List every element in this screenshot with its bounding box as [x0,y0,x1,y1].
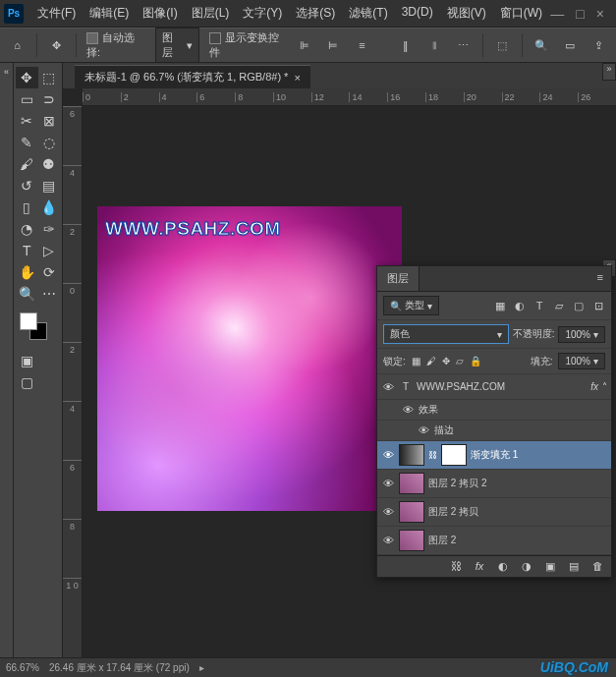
filter-pixel-icon[interactable]: ▦ [493,299,507,312]
menu-layer[interactable]: 图层(L) [186,2,236,25]
delete-icon[interactable]: 🗑 [589,560,605,573]
layers-tab[interactable]: 图层 [377,266,420,291]
align-icon-2[interactable]: ⊨ [324,35,343,55]
shape-tool[interactable]: ✋ [16,261,38,283]
menu-3d[interactable]: 3D(D) [396,2,439,25]
blend-mode-select[interactable]: 颜色 ▾ [383,324,509,344]
screenmode-tool[interactable]: ▢ [16,371,38,393]
minimize-icon[interactable]: — [550,6,564,22]
distribute-icon-1[interactable]: ‖ [397,35,416,55]
link-icon[interactable]: ⛓ [428,450,437,460]
left-collapse-tab[interactable]: « [0,63,14,657]
3d-mode-icon[interactable]: ⬚ [493,35,512,55]
align-icon-3[interactable]: ≡ [353,35,371,55]
document-tab[interactable]: 未标题-1 @ 66.7% (渐变填充 1, RGB/8#) * × [75,65,310,88]
fx-icon[interactable]: fx [472,560,487,573]
right-panel-collapse-1[interactable]: » [602,63,616,81]
quickmask-tool[interactable]: ▣ [16,350,38,371]
filter-type-icon[interactable]: T [532,299,546,312]
path-tool[interactable]: ✑ [38,218,61,240]
artboard-tool[interactable]: ⬚ [38,67,61,88]
filter-adjust-icon[interactable]: ◐ [513,299,527,312]
layer-2[interactable]: 👁 图层 2 [377,527,611,555]
lock-move-icon[interactable]: ✥ [442,356,450,367]
panel-menu-icon[interactable]: ≡ [589,266,611,291]
auto-select-checkbox[interactable]: 自动选择: [86,30,145,60]
layer-gradient-fill[interactable]: 👁 ⛓ 渐变填充 1 [377,441,611,470]
blur-tool[interactable]: 💧 [38,197,61,218]
home-icon[interactable]: ⌂ [8,35,27,55]
visibility-icon[interactable]: 👁 [381,381,395,393]
collapse-icon[interactable]: ˄ [602,381,607,392]
gradient-tool[interactable]: ▤ [38,175,61,197]
direct-select-tool[interactable]: ▷ [38,240,61,261]
clone-tool[interactable]: ⚉ [38,153,61,175]
history-brush-tool[interactable]: ↺ [16,175,38,197]
lock-paint-icon[interactable]: 🖌 [426,356,436,367]
close-tab-icon[interactable]: × [294,72,300,84]
workspace-icon[interactable]: ▭ [561,35,580,55]
marquee-tool[interactable]: ▭ [16,88,38,110]
menu-select[interactable]: 选择(S) [290,2,341,25]
distribute-icon-2[interactable]: ⫴ [425,35,444,55]
link-layers-icon[interactable]: ⛓ [448,560,464,573]
show-transform-checkbox[interactable]: 显示变换控件 [209,30,286,60]
filter-smart-icon[interactable]: ▢ [572,299,586,312]
fx-badge[interactable]: fx [590,381,598,392]
opacity-input[interactable]: 100% ▾ [558,326,605,343]
share-icon[interactable]: ⇪ [589,35,608,55]
menu-file[interactable]: 文件(F) [31,2,82,25]
menu-type[interactable]: 文字(Y) [237,2,288,25]
visibility-icon[interactable]: 👁 [381,506,395,518]
frame-tool[interactable]: ⊠ [38,110,61,132]
layer-filter-select[interactable]: 🔍 类型 ▾ [383,296,439,315]
menu-view[interactable]: 视图(V) [441,2,492,25]
foreground-swatch[interactable] [20,312,37,330]
menu-image[interactable]: 图像(I) [137,2,183,25]
fill-input[interactable]: 100% ▾ [558,353,605,369]
auto-select-target[interactable]: 图层 ▾ [155,28,199,63]
eyedropper-tool[interactable]: ✎ [16,132,38,153]
zoom-tool[interactable]: 🔍 [16,283,38,305]
mask-icon[interactable]: ◐ [495,560,511,573]
visibility-icon[interactable]: 👁 [381,449,395,461]
align-icon-1[interactable]: ⊫ [296,35,314,55]
move-tool[interactable]: ✥ [16,67,38,88]
menu-window[interactable]: 窗口(W) [494,2,548,25]
edit-toolbar[interactable]: ⋯ [38,283,61,305]
dodge-tool[interactable]: ◔ [16,218,38,240]
visibility-icon[interactable]: 👁 [401,404,415,416]
adjustment-icon[interactable]: ◑ [519,560,534,573]
brush-tool[interactable]: 🖌 [16,153,38,175]
visibility-icon[interactable]: 👁 [381,535,395,546]
more-icon[interactable]: ⋯ [454,35,473,55]
status-arrow-icon[interactable]: ▸ [199,662,204,673]
lock-artboard-icon[interactable]: ▱ [456,356,464,367]
search-icon[interactable]: 🔍 [532,35,551,55]
visibility-icon[interactable]: 👁 [417,424,430,436]
color-swatches[interactable] [16,312,60,344]
pen-tool[interactable]: ▯ [16,197,38,218]
move-icon[interactable]: ✥ [47,35,66,55]
new-layer-icon[interactable]: ▤ [566,560,582,573]
layer-stroke[interactable]: 👁 描边 [377,421,611,441]
close-icon[interactable]: × [596,6,604,22]
filter-shape-icon[interactable]: ▱ [552,299,566,312]
layer-text[interactable]: 👁 T WWW.PSAHZ.COM fx ˄ [377,374,611,400]
group-icon[interactable]: ▣ [542,560,558,573]
layer-copy[interactable]: 👁 图层 2 拷贝 [377,498,611,527]
type-tool[interactable]: T [16,240,38,261]
filter-toggle-icon[interactable]: ⊡ [591,299,605,312]
visibility-icon[interactable]: 👁 [381,478,395,489]
lock-all-icon[interactable]: 🔒 [470,356,481,367]
crop-tool[interactable]: ✂ [16,110,38,132]
menu-edit[interactable]: 编辑(E) [84,2,135,25]
zoom-level[interactable]: 66.67% [6,662,39,673]
maximize-icon[interactable]: □ [576,6,584,22]
canvas[interactable]: WWW.PSAHZ.COM [97,206,402,511]
rotate-tool[interactable]: ⟳ [38,261,61,283]
menu-filter[interactable]: 滤镜(T) [343,2,393,25]
selection-tool[interactable]: ◌ [38,132,61,153]
layer-fx[interactable]: 👁 效果 [377,400,611,421]
lock-pixels-icon[interactable]: ▦ [412,356,420,367]
